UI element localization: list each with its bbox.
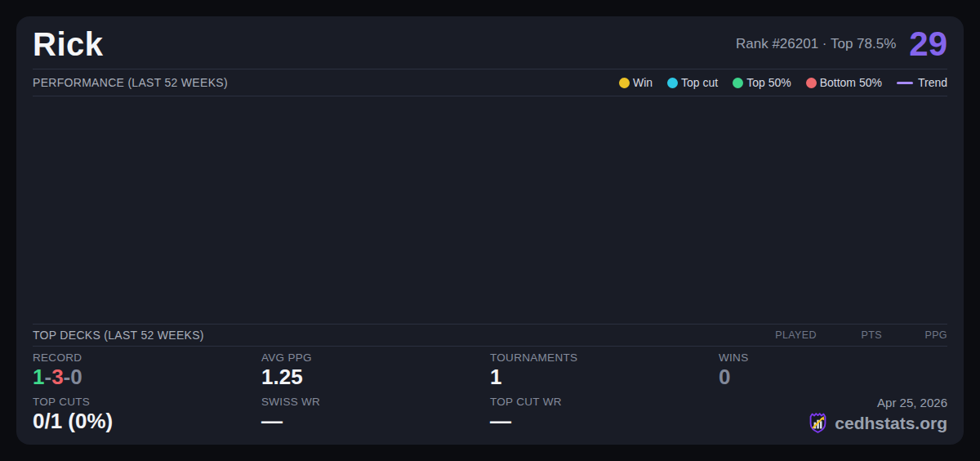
stat-swiss-wr: SWISS WR —	[261, 396, 490, 435]
legend-label: Top 50%	[746, 76, 791, 89]
top-cut-wr-value: —	[490, 409, 719, 434]
stats-grid: RECORD 1-3-0 AVG PPG 1.25 TOURNAMENTS 1 …	[16, 347, 964, 445]
avg-ppg-label: AVG PPG	[261, 351, 490, 364]
stat-wins: WINS 0	[719, 351, 947, 391]
legend-item-top-cut: Top cut	[667, 76, 718, 89]
bottom50-dot-icon	[806, 78, 817, 88]
record-value: 1-3-0	[33, 365, 261, 390]
swiss-wr-label: SWISS WR	[261, 396, 490, 408]
column-played: PLAYED	[751, 329, 817, 341]
performance-chart-area	[16, 96, 964, 324]
card-header: Rick Rank #26201 · Top 78.5% 29	[16, 16, 964, 69]
rank-summary: Rank #26201 · Top 78.5% 29	[736, 25, 947, 64]
record-sep: -	[64, 365, 71, 389]
performance-header: PERFORMANCE (LAST 52 WEEKS) Win Top cut …	[16, 69, 964, 96]
top-decks-columns: PLAYED PTS PPG	[751, 329, 947, 341]
legend-item-bottom50: Bottom 50%	[806, 76, 882, 89]
column-ppg: PPG	[882, 329, 947, 341]
record-sep: -	[44, 365, 51, 389]
top-cut-dot-icon	[667, 78, 678, 88]
player-stats-card: Rick Rank #26201 · Top 78.5% 29 PERFORMA…	[16, 16, 964, 445]
legend-label: Win	[633, 76, 653, 89]
trend-line-icon	[897, 82, 913, 84]
record-wins: 1	[33, 365, 44, 389]
record-draws: 0	[70, 365, 82, 389]
stat-record: RECORD 1-3-0	[33, 351, 261, 391]
brand-name: cedhstats.org	[835, 414, 947, 433]
top-decks-header: TOP DECKS (LAST 52 WEEKS) PLAYED PTS PPG	[16, 324, 964, 346]
stat-avg-ppg: AVG PPG 1.25	[261, 351, 490, 391]
avg-ppg-value: 1.25	[261, 365, 490, 390]
top-decks-title: TOP DECKS (LAST 52 WEEKS)	[33, 329, 204, 342]
brand[interactable]: cedhstats.org	[807, 411, 947, 435]
tournaments-label: TOURNAMENTS	[490, 351, 719, 364]
performance-title: PERFORMANCE (LAST 52 WEEKS)	[33, 76, 228, 89]
stat-tournaments: TOURNAMENTS 1	[490, 351, 719, 391]
chart-legend: Win Top cut Top 50% Bottom 50% Trend	[619, 76, 947, 89]
legend-label: Top cut	[681, 76, 718, 89]
column-pts: PTS	[817, 329, 882, 341]
legend-item-trend: Trend	[897, 76, 947, 89]
wins-value: 0	[719, 365, 947, 390]
top-cuts-label: TOP CUTS	[33, 396, 261, 408]
wins-label: WINS	[719, 351, 947, 364]
snapshot-date: Apr 25, 2026	[877, 396, 947, 410]
record-losses: 3	[51, 365, 63, 389]
record-label: RECORD	[33, 351, 261, 364]
swiss-wr-value: —	[261, 409, 490, 434]
cedhstats-logo-icon	[807, 411, 829, 435]
top50-dot-icon	[733, 78, 743, 88]
card-footer: Apr 25, 2026 cedhstats.org	[719, 396, 947, 435]
top-cuts-value: 0/1 (0%)	[33, 409, 261, 434]
top-cut-wr-label: TOP CUT WR	[490, 396, 719, 408]
tournaments-value: 1	[490, 365, 719, 390]
legend-label: Bottom 50%	[820, 76, 882, 89]
stat-top-cut-wr: TOP CUT WR —	[490, 396, 719, 435]
legend-label: Trend	[918, 76, 947, 89]
stat-top-cuts: TOP CUTS 0/1 (0%)	[33, 396, 261, 435]
legend-item-top50: Top 50%	[733, 76, 791, 89]
legend-item-win: Win	[619, 76, 653, 89]
player-name: Rick	[33, 26, 104, 63]
win-dot-icon	[619, 78, 630, 88]
player-score: 29	[909, 25, 947, 64]
rank-text: Rank #26201 · Top 78.5%	[736, 36, 896, 52]
